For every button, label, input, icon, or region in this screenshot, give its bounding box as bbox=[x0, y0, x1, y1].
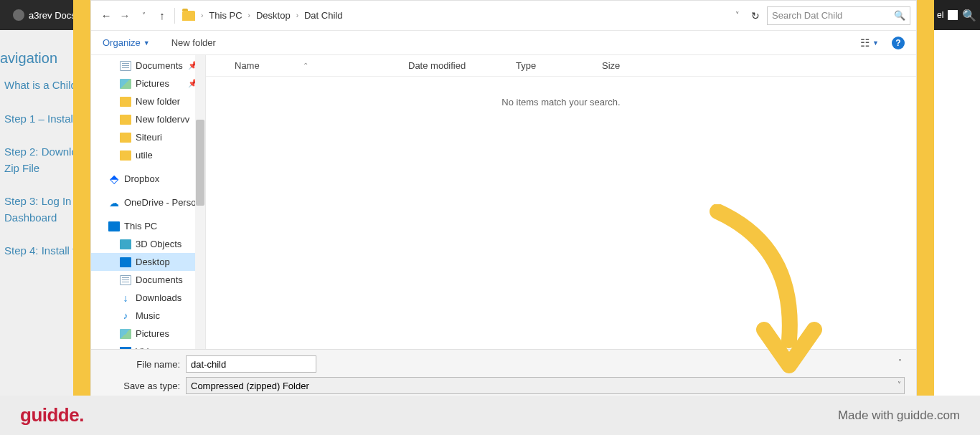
tree-item-desktop[interactable]: Desktop bbox=[91, 253, 205, 271]
tree-item-music[interactable]: ♪Music bbox=[91, 307, 205, 325]
tree-item-videos[interactable]: Videos bbox=[91, 343, 205, 349]
tree-item-label: Music bbox=[136, 310, 160, 321]
forward-button: → bbox=[116, 6, 134, 25]
address-dropdown[interactable]: ˅ bbox=[731, 11, 744, 20]
tree-item-this-pc[interactable]: This PC bbox=[91, 217, 205, 235]
content-pane: Name ⌃ Date modified Type Size No items … bbox=[206, 55, 916, 349]
tree-item-label: Siteuri bbox=[136, 132, 162, 143]
chevron-down-icon: ▼ bbox=[872, 39, 879, 47]
file-name-input[interactable] bbox=[186, 355, 316, 373]
sort-indicator-icon: ⌃ bbox=[303, 62, 308, 70]
tree-item-documents[interactable]: Documents📌 bbox=[91, 57, 205, 75]
search-placeholder: Search Dat Child bbox=[772, 10, 842, 21]
tree-item-label: Videos bbox=[136, 346, 164, 349]
tree-item-new-foldervv[interactable]: New foldervv bbox=[91, 110, 205, 128]
column-name-label: Name bbox=[235, 60, 260, 71]
search-icon: 🔍 bbox=[962, 9, 976, 22]
navigation-tree: Documents📌Pictures📌New folderNew folderv… bbox=[91, 55, 206, 349]
tree-item-label: OneDrive - Person bbox=[124, 197, 202, 208]
main-area: Documents📌Pictures📌New folderNew folderv… bbox=[91, 55, 916, 349]
tree-scrollbar[interactable] bbox=[195, 55, 205, 349]
search-icon: 🔍 bbox=[894, 10, 905, 21]
back-button[interactable]: ← bbox=[97, 6, 116, 25]
tree-item-documents[interactable]: Documents bbox=[91, 271, 205, 289]
refresh-button[interactable]: ↻ bbox=[744, 10, 767, 21]
tree-item-label: Pictures bbox=[136, 328, 169, 339]
tree-item-downloads[interactable]: ↓Downloads bbox=[91, 289, 205, 307]
new-folder-button[interactable]: New folder bbox=[171, 37, 216, 48]
annotation-bar-right bbox=[917, 0, 934, 396]
column-size[interactable]: Size bbox=[593, 55, 672, 76]
background-nav-heading: avigation bbox=[0, 50, 57, 67]
address-bar: ← → ˅ ↑ › This PC › Desktop › Dat Child … bbox=[91, 1, 916, 31]
save-type-select[interactable]: Compressed (zipped) Folder ˅ bbox=[186, 377, 905, 394]
tree-item-label: Documents bbox=[136, 274, 183, 285]
column-headers: Name ⌃ Date modified Type Size bbox=[206, 55, 916, 77]
column-date[interactable]: Date modified bbox=[400, 55, 507, 76]
file-name-label: File name: bbox=[103, 359, 186, 370]
recent-dropdown[interactable]: ˅ bbox=[134, 6, 153, 25]
search-input[interactable]: Search Dat Child 🔍 bbox=[767, 6, 910, 25]
tree-item-new-folder[interactable]: New folder bbox=[91, 92, 205, 110]
tree-item-pictures[interactable]: Pictures bbox=[91, 325, 205, 343]
tree-item-label: New folder bbox=[136, 96, 180, 107]
guidde-logo: guidde. bbox=[20, 404, 84, 426]
avatar-icon bbox=[948, 10, 958, 20]
column-name[interactable]: Name ⌃ bbox=[206, 55, 400, 76]
breadcrumb[interactable]: Desktop bbox=[252, 10, 295, 21]
view-options-button[interactable]: ☷ ▼ bbox=[860, 37, 879, 49]
save-type-label: Save as type: bbox=[103, 381, 186, 391]
organize-button[interactable]: Organize ▼ bbox=[103, 37, 150, 48]
tree-item-label: Documents bbox=[136, 60, 183, 71]
chevron-down-icon[interactable]: ˅ bbox=[898, 358, 902, 366]
tree-item-label: Downloads bbox=[136, 292, 182, 303]
chevron-down-icon: ˅ bbox=[897, 381, 901, 388]
breadcrumb[interactable]: This PC bbox=[204, 10, 246, 21]
folder-icon bbox=[182, 11, 195, 21]
divider bbox=[174, 8, 175, 24]
tree-item-label: utile bbox=[136, 150, 153, 161]
made-with-label: Made with guidde.com bbox=[838, 408, 960, 423]
background-header-right: el🔍 bbox=[934, 0, 980, 30]
chevron-right-icon: › bbox=[295, 11, 300, 19]
site-title: a3rev Docs bbox=[29, 10, 76, 21]
tree-item-label: New foldervv bbox=[136, 114, 189, 125]
tree-item-label: Dropbox bbox=[124, 173, 159, 184]
tree-item-dropbox[interactable]: ⬘Dropbox bbox=[91, 170, 205, 188]
tree-item-3d-objects[interactable]: 3D Objects bbox=[91, 235, 205, 253]
save-type-value: Compressed (zipped) Folder bbox=[191, 381, 309, 391]
tree-item-label: This PC bbox=[124, 221, 157, 231]
empty-message: No items match your search. bbox=[206, 97, 916, 107]
up-button[interactable]: ↑ bbox=[153, 6, 171, 25]
chevron-down-icon: ▼ bbox=[143, 39, 150, 47]
tree-item-utile[interactable]: utile bbox=[91, 146, 205, 164]
scrollbar-thumb[interactable] bbox=[196, 120, 204, 206]
annotation-bar-left bbox=[73, 0, 90, 396]
breadcrumb[interactable]: Dat Child bbox=[300, 10, 347, 21]
chevron-right-icon: › bbox=[247, 11, 252, 19]
file-explorer-window: ← → ˅ ↑ › This PC › Desktop › Dat Child … bbox=[90, 0, 917, 396]
tree-item-onedrive---person[interactable]: ☁OneDrive - Person bbox=[91, 193, 205, 211]
chevron-right-icon: › bbox=[199, 11, 204, 19]
tree-item-label: Pictures bbox=[136, 78, 169, 89]
tree-item-siteuri[interactable]: Siteuri bbox=[91, 128, 205, 146]
tree-item-label: 3D Objects bbox=[136, 239, 182, 249]
column-type[interactable]: Type bbox=[507, 55, 593, 76]
toolbar: Organize ▼ New folder ☷ ▼ ? bbox=[91, 31, 916, 55]
help-button[interactable]: ? bbox=[892, 37, 905, 49]
view-icon: ☷ bbox=[860, 37, 870, 49]
site-logo-icon bbox=[13, 9, 24, 21]
tree-item-label: Desktop bbox=[136, 257, 170, 267]
organize-label: Organize bbox=[103, 37, 141, 48]
footer: guidde. Made with guidde.com bbox=[0, 396, 980, 435]
tree-item-pictures[interactable]: Pictures📌 bbox=[91, 75, 205, 92]
